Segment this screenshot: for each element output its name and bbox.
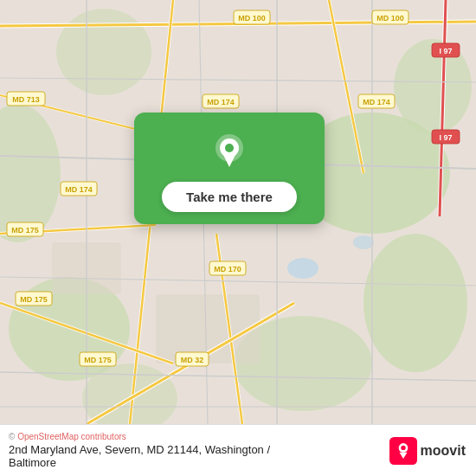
svg-text:MD 174: MD 174: [207, 98, 235, 106]
svg-point-8: [56, 9, 151, 95]
pin-icon-wrapper: [207, 128, 252, 173]
svg-text:MD 175: MD 175: [84, 356, 112, 364]
map-pin-icon: [208, 129, 251, 172]
svg-text:MD 32: MD 32: [181, 356, 204, 364]
copyright-symbol: ©: [9, 432, 15, 441]
info-bar: © OpenStreetMap contributors 2nd Marylan…: [0, 424, 476, 476]
svg-point-68: [225, 144, 234, 152]
svg-text:MD 170: MD 170: [214, 265, 241, 273]
svg-text:I 97: I 97: [439, 47, 452, 55]
take-me-there-button[interactable]: Take me there: [162, 182, 297, 212]
copyright-text: © OpenStreetMap contributors: [9, 432, 270, 441]
address-line1: 2nd Maryland Ave, Severn, MD 21144, Wash…: [9, 443, 270, 456]
moovit-icon-svg: [389, 437, 417, 465]
address-text: 2nd Maryland Ave, Severn, MD 21144, Wash…: [9, 443, 270, 469]
info-left: © OpenStreetMap contributors 2nd Marylan…: [9, 432, 270, 469]
moovit-label: moovit: [421, 444, 466, 458]
svg-point-2: [363, 234, 467, 372]
svg-text:MD 100: MD 100: [376, 14, 404, 23]
location-card: Take me there: [134, 113, 325, 224]
svg-text:MD 175: MD 175: [20, 295, 48, 304]
map-container: MD 100 MD 100 I 97 I 97 MD 713 MD 174 MD…: [0, 0, 476, 424]
svg-text:MD 100: MD 100: [238, 14, 266, 23]
svg-text:MD 174: MD 174: [363, 98, 390, 106]
svg-text:MD 713: MD 713: [12, 95, 40, 104]
svg-text:I 97: I 97: [439, 133, 452, 142]
svg-text:MD 174: MD 174: [65, 185, 93, 194]
moovit-text-block: moovit: [421, 444, 466, 458]
svg-point-9: [287, 258, 318, 279]
svg-point-72: [401, 445, 405, 449]
openstreetmap-link[interactable]: OpenStreetMap contributors: [17, 432, 126, 441]
address-line2: Baltimore: [9, 456, 56, 469]
svg-text:MD 175: MD 175: [11, 226, 39, 235]
svg-point-10: [353, 235, 374, 249]
moovit-logo: moovit: [389, 437, 466, 465]
